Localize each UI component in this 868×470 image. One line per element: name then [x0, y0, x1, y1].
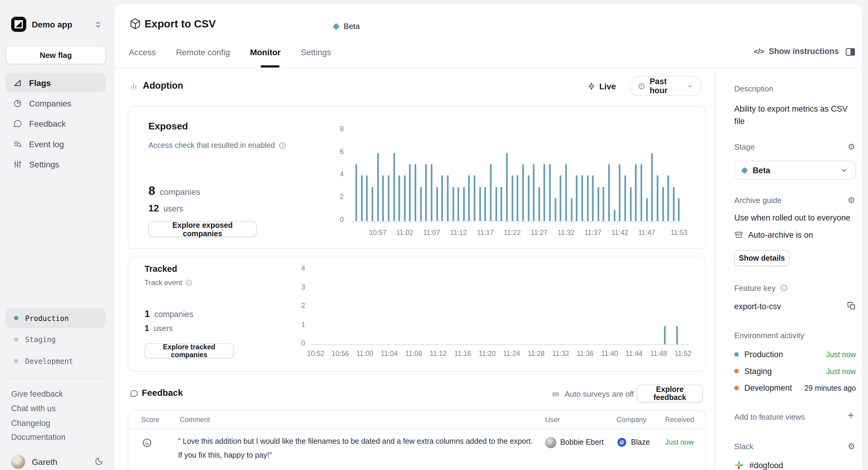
beta-diamond-icon	[333, 23, 340, 30]
link-changelog[interactable]: Changelog	[11, 416, 50, 430]
chart-bar	[592, 176, 594, 221]
production-dot	[734, 352, 739, 356]
y-axis-tick: 0	[286, 339, 305, 347]
chart-bar	[420, 187, 422, 221]
moon-icon[interactable]	[94, 457, 104, 466]
chart-bar	[603, 187, 605, 221]
show-instructions-button[interactable]: </> Show instructions	[754, 47, 839, 56]
chart-bar	[377, 153, 379, 221]
column-header-user[interactable]: User	[545, 416, 560, 424]
sidebar-item-label: Settings	[29, 159, 59, 169]
info-icon[interactable]	[780, 284, 788, 292]
flag-logo-icon	[14, 20, 23, 29]
tab-access[interactable]: Access	[129, 44, 156, 60]
chart-bar	[452, 187, 454, 221]
info-icon[interactable]	[278, 142, 286, 149]
tab-remote-config[interactable]: Remote config	[176, 44, 230, 60]
chart-bar	[501, 187, 502, 221]
sidebar-item-label: Event log	[29, 139, 64, 149]
tracked-subtitle: Track event	[145, 278, 193, 287]
column-header-company[interactable]: Company	[617, 416, 646, 424]
user-name[interactable]: Gareth	[32, 457, 57, 466]
chevron-down-icon	[687, 82, 693, 90]
slack-channel-row[interactable]: #dogfood	[734, 460, 783, 470]
x-axis-tick: 11:47	[632, 229, 661, 237]
user-avatar[interactable]	[11, 455, 25, 469]
chart-bar	[490, 164, 492, 221]
feedback-user: Bobbie Ebert	[560, 438, 603, 446]
flag-icon	[13, 78, 22, 87]
staging-dot	[14, 337, 19, 342]
sidebar-item-feedback[interactable]: Feedback	[6, 114, 106, 134]
column-header-received[interactable]: Received	[665, 416, 694, 424]
sidebar-env-production[interactable]: Production	[6, 308, 106, 328]
chart-bar	[517, 176, 519, 221]
link-give-feedback[interactable]: Give feedback	[11, 387, 63, 401]
activity-row-production: Production Just now	[734, 350, 856, 359]
chart-bar	[527, 176, 529, 221]
x-axis-tick: 11:02	[390, 229, 419, 237]
plus-icon[interactable]: +	[847, 410, 854, 421]
sidebar-env-development[interactable]: Development	[6, 351, 106, 371]
explore-exposed-companies-button[interactable]: Explore exposed companies	[148, 221, 257, 238]
chart-bar	[570, 198, 572, 221]
stage-select[interactable]: Beta	[734, 161, 856, 180]
chart-bar	[409, 164, 411, 221]
link-documentation[interactable]: Documentation	[11, 430, 65, 443]
beta-diamond-icon	[741, 166, 748, 174]
chart-bar	[404, 176, 406, 221]
sidebar-env-staging[interactable]: Staging	[6, 330, 106, 350]
chart-bar	[393, 153, 395, 221]
tab-monitor[interactable]: Monitor	[250, 44, 281, 60]
add-to-feature-views-label: Add to feature views	[734, 412, 805, 421]
chart-bar	[619, 164, 621, 221]
staging-dot	[734, 369, 739, 373]
x-axis-tick: 11:27	[525, 229, 554, 237]
time-range-dropdown[interactable]: Past hour	[629, 76, 702, 96]
explore-feedback-button[interactable]: Explore feedback	[637, 385, 703, 402]
stage-gear-icon[interactable]: ⚙︎	[847, 143, 855, 151]
slack-gear-icon[interactable]: ⚙︎	[847, 442, 855, 450]
tracked-users-stat: 1 users	[145, 323, 173, 333]
activity-time: Just now	[826, 367, 856, 375]
archive-guide-label: Archive guide	[734, 196, 782, 205]
chart-bar	[388, 176, 390, 221]
chart-bar	[431, 164, 433, 221]
chart-bar	[533, 164, 535, 221]
chart-bar	[668, 176, 669, 221]
activity-row-development: Development 29 minutes ago	[734, 383, 856, 393]
slack-label: Slack	[734, 442, 753, 451]
lightning-icon	[588, 82, 595, 91]
copy-icon[interactable]	[847, 301, 856, 310]
explore-tracked-companies-button[interactable]: Explore tracked companies	[145, 343, 234, 358]
app-logo[interactable]	[11, 17, 26, 32]
app-switcher-name[interactable]: Demo app	[32, 20, 72, 29]
sidebar-item-companies[interactable]: Companies	[6, 93, 106, 114]
tab-bar: Access Remote config Monitor Settings	[129, 44, 331, 60]
info-icon[interactable]	[185, 279, 193, 286]
feedback-comment: " Love this addition but I would like th…	[178, 435, 535, 463]
chart-bar	[458, 187, 459, 221]
chart-bar	[441, 176, 443, 221]
active-tab-underline	[260, 65, 280, 67]
x-axis-line	[310, 344, 688, 345]
tab-settings[interactable]: Settings	[301, 44, 331, 60]
chart-bar	[425, 164, 427, 221]
panel-toggle-icon[interactable]	[845, 48, 855, 56]
new-flag-button[interactable]: New flag	[6, 46, 106, 64]
environment-activity-label: Environment activity	[734, 331, 804, 340]
column-header-score[interactable]: Score	[141, 416, 159, 424]
chart-bar	[549, 164, 551, 221]
pie-chart-icon	[13, 99, 22, 108]
sidebar-item-flags[interactable]: Flags	[6, 73, 106, 93]
chevrons-up-down-icon[interactable]	[93, 19, 103, 30]
chart-bar	[657, 176, 658, 221]
chart-bar	[641, 164, 642, 221]
chart-bar	[554, 198, 556, 221]
column-header-comment[interactable]: Comment	[180, 416, 210, 424]
show-details-button[interactable]: Show details	[734, 250, 789, 267]
link-chat-with-us[interactable]: Chat with us	[11, 402, 56, 415]
sidebar-item-event-log[interactable]: Event log	[6, 134, 106, 154]
sidebar-item-settings[interactable]: Settings	[6, 154, 106, 175]
archive-gear-icon[interactable]: ⚙︎	[847, 196, 855, 204]
